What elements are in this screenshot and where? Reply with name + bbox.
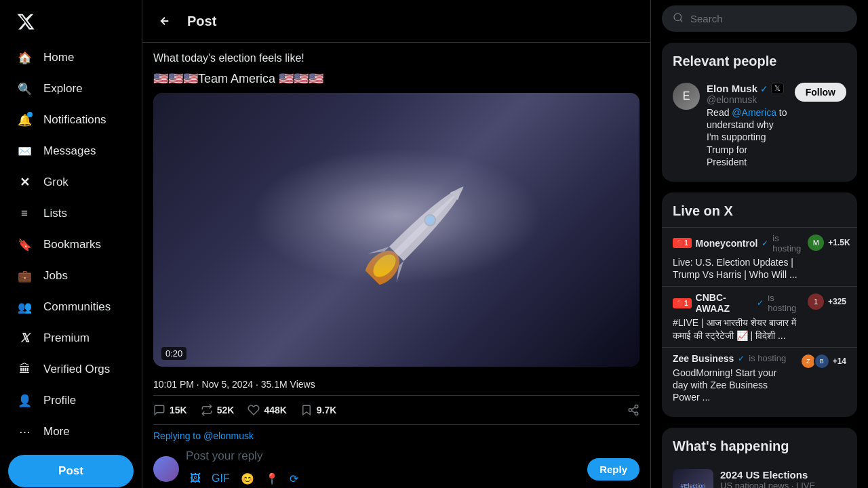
post-button[interactable]: Post	[8, 455, 134, 487]
relevant-people-title: Relevant people	[662, 51, 857, 77]
location-tool[interactable]: 📍	[261, 468, 283, 488]
live-avatar-group: Z B +14	[800, 353, 846, 369]
elon-info: Elon Musk ✓ 𝕏 @elonmusk Read @America to…	[707, 83, 788, 168]
elon-name-row: Elon Musk ✓ 𝕏	[707, 83, 788, 94]
comments-stat[interactable]: 15K	[153, 404, 187, 416]
live-item[interactable]: Zee Business ✓ is hosting GoodMorning! S…	[662, 347, 857, 409]
video-timestamp: 0:20	[161, 347, 186, 360]
flag-line: 🇺🇸🇺🇸🇺🇸Team America 🇺🇸🇺🇸🇺🇸	[153, 71, 639, 86]
svg-point-8	[674, 14, 682, 21]
reply-composer: Post your reply 🖼 GIF 😊 📍 ⟳ Reply	[142, 441, 650, 488]
share-stat[interactable]	[627, 404, 639, 416]
verified-icon: ✓	[757, 298, 764, 308]
sidebar-item-bookmarks[interactable]: 🔖 Bookmarks	[8, 230, 134, 260]
reply-placeholder[interactable]: Post your reply	[186, 449, 580, 463]
elon-bio: Read @America to understand why I'm supp…	[707, 106, 788, 168]
sidebar-item-label: Verified Orgs	[43, 363, 110, 376]
live-avatar: B	[814, 353, 830, 369]
x-logo[interactable]	[8, 5, 134, 40]
live-item-header: 🔴1 CNBC-AWAAZ ✓ is hosting	[673, 292, 801, 314]
live-item[interactable]: 🔴1 Moneycontrol ✓ is hosting Live: U.S. …	[662, 227, 857, 286]
svg-line-6	[631, 411, 635, 413]
live-avatar-group: M +1.5K	[806, 233, 850, 252]
sidebar-item-messages[interactable]: ✉️ Messages	[8, 136, 134, 166]
live-badge: 🔴1	[673, 298, 692, 308]
live-count: +14	[833, 357, 846, 366]
loading-tool: ⟳	[285, 468, 302, 488]
reply-tools: 🖼 GIF 😊 📍 ⟳	[186, 468, 580, 488]
sidebar-item-verified-orgs[interactable]: 🏛 Verified Orgs	[8, 354, 134, 384]
post-time: 10:01 PM · Nov 5, 2024 ·	[153, 379, 261, 390]
sidebar-item-home[interactable]: 🏠 Home	[8, 43, 134, 73]
sidebar-item-label: Jobs	[43, 269, 68, 283]
bookmarks-icon: 🔖	[16, 237, 33, 253]
messages-icon: ✉️	[16, 143, 33, 159]
notifications-icon: 🔔	[16, 112, 33, 128]
bookmarks-stat[interactable]: 9.7K	[300, 404, 337, 416]
reply-submit-button[interactable]: Reply	[587, 458, 639, 481]
left-sidebar: 🏠 Home 🔍 Explore 🔔 Notifications ✉️ Mess…	[0, 0, 142, 488]
likes-stat[interactable]: 448K	[248, 404, 286, 416]
whats-happening-section: What's happening #Election2024 2024 US E…	[662, 428, 857, 488]
sidebar-item-label: Lists	[43, 207, 67, 220]
sidebar-item-profile[interactable]: 👤 Profile	[8, 386, 134, 415]
search-input[interactable]	[690, 13, 846, 24]
live-host: CNBC-AWAAZ	[696, 292, 753, 314]
bio-mention[interactable]: @America	[732, 107, 776, 118]
grok-icon: ✕	[16, 174, 33, 190]
live-item-title: GoodMorning! Start your day with Zee Bus…	[673, 367, 795, 404]
live-avatar: M	[806, 233, 825, 252]
election-item[interactable]: #Election2024 2024 US Elections US natio…	[662, 462, 857, 488]
views-label: Views	[288, 379, 315, 390]
explore-icon: 🔍	[16, 81, 33, 97]
sidebar-item-communities[interactable]: 👥 Communities	[8, 292, 134, 322]
sidebar-item-premium[interactable]: 𝕏 Premium	[8, 323, 134, 353]
elon-handle: @elonmusk	[707, 94, 788, 105]
sidebar-item-label: Notifications	[43, 113, 106, 127]
emoji-tool[interactable]: 😊	[237, 468, 258, 488]
live-on-x-section: Live on X 🔴1 Moneycontrol ✓ is hosting L…	[662, 192, 857, 417]
user-avatar	[153, 456, 179, 482]
main-content: Post What today's election feels like! 🇺…	[142, 0, 651, 488]
sidebar-item-label: Profile	[43, 394, 76, 407]
replying-to-handle[interactable]: @elonmusk	[203, 430, 254, 441]
gif-tool[interactable]: GIF	[208, 468, 234, 488]
elon-avatar: E	[673, 83, 700, 110]
post-stats: 15K 52K 448K 9.7K	[153, 396, 639, 425]
profile-icon: 👤	[16, 392, 33, 409]
sidebar-item-grok[interactable]: ✕ Grok	[8, 167, 134, 197]
search-bar[interactable]	[662, 5, 857, 32]
follow-button[interactable]: Follow	[795, 83, 846, 102]
lists-icon: ≡	[16, 205, 33, 222]
retweets-stat[interactable]: 52K	[201, 404, 235, 416]
election-title: 2024 US Elections	[720, 469, 846, 481]
election-image: #Election2024	[673, 469, 713, 488]
sidebar-item-more[interactable]: ⋯ More	[8, 417, 134, 447]
tweet-text: What today's election feels like!	[153, 51, 639, 66]
sidebar-item-label: Grok	[43, 176, 68, 189]
live-on-x-title: Live on X	[662, 201, 857, 227]
svg-line-7	[631, 407, 635, 409]
nav-menu: 🏠 Home 🔍 Explore 🔔 Notifications ✉️ Mess…	[8, 43, 134, 447]
live-hosting-label: is hosting	[772, 233, 801, 253]
sidebar-item-explore[interactable]: 🔍 Explore	[8, 74, 134, 104]
sidebar-item-label: Messages	[43, 144, 96, 158]
back-button[interactable]	[153, 9, 176, 33]
sidebar-item-notifications[interactable]: 🔔 Notifications	[8, 105, 134, 135]
comments-count: 15K	[170, 405, 187, 415]
verified-icon: ✓	[762, 239, 768, 248]
reply-input-area: Post your reply 🖼 GIF 😊 📍 ⟳	[186, 449, 580, 488]
views-count: 35.1M	[261, 379, 288, 390]
live-hosting-label: is hosting	[749, 353, 786, 363]
more-icon: ⋯	[16, 424, 33, 440]
sidebar-item-jobs[interactable]: 💼 Jobs	[8, 261, 134, 291]
sidebar-item-lists[interactable]: ≡ Lists	[8, 199, 134, 228]
post-header: Post	[142, 0, 650, 43]
elon-name: Elon Musk	[707, 83, 757, 94]
election-sub: US national news · LIVE	[720, 481, 846, 488]
image-tool[interactable]: 🖼	[186, 468, 205, 488]
post-video[interactable]: 0:20	[153, 93, 639, 366]
live-avatar-group: 1 +325	[806, 292, 846, 311]
post-meta: 10:01 PM · Nov 5, 2024 · 35.1M Views	[153, 373, 639, 396]
live-item[interactable]: 🔴1 CNBC-AWAAZ ✓ is hosting #LIVE | आज भा…	[662, 286, 857, 346]
